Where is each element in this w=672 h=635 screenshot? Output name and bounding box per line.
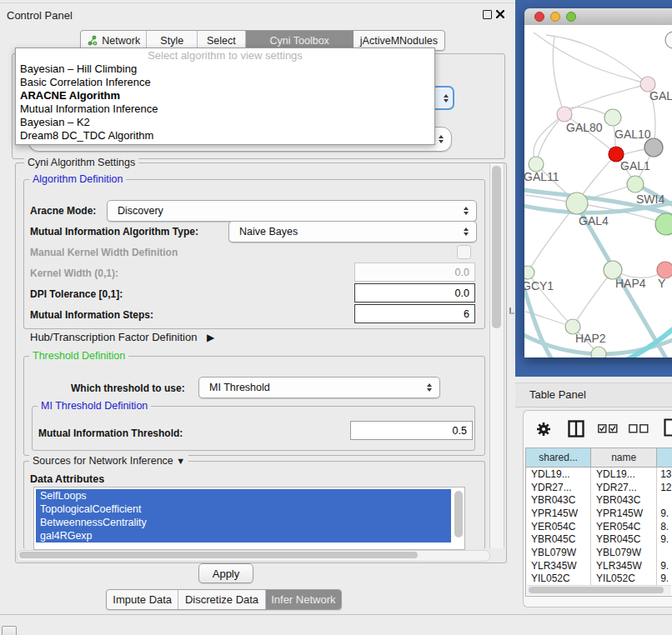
algorithm-option[interactable]: Mutual Information Inference xyxy=(16,102,434,116)
svg-text:HAP4: HAP4 xyxy=(615,277,646,290)
mi-steps-label: Mutual Information Steps: xyxy=(30,309,153,321)
table-row[interactable]: YIL052CYIL052C9. xyxy=(526,572,672,586)
minimize-traffic-light-icon[interactable] xyxy=(550,12,560,22)
algorithm-dropdown-popup: Select algorithm to view settings Bayesi… xyxy=(15,48,435,145)
collapse-down-icon: ▼ xyxy=(176,456,185,466)
table-row[interactable]: YDR27...YDR27...12 xyxy=(526,481,672,494)
settings-horizontal-scrollbar[interactable] xyxy=(17,550,490,562)
network-view-canvas[interactable]: GAL GAL80 GAL10 GAL1 GAL11 SWI4 GAL4 GCY… xyxy=(524,25,672,358)
tab-select-label: Select xyxy=(207,35,236,47)
mi-type-value: Naive Bayes xyxy=(239,226,298,238)
table-row[interactable]: YBR045CYBR045C9. xyxy=(526,532,672,546)
settings-vertical-scrollbar[interactable] xyxy=(489,163,504,548)
which-threshold-value: MI Threshold xyxy=(209,382,270,393)
manual-kernel-checkbox[interactable] xyxy=(457,245,471,259)
tab-discretize-data-label: Discretize Data xyxy=(185,593,258,606)
network-node[interactable] xyxy=(665,32,672,48)
mi-threshold-label: Mutual Information Threshold: xyxy=(38,428,183,439)
mi-threshold-group-title: MI Threshold Definition xyxy=(38,400,151,412)
table-horizontal-scrollbar[interactable] xyxy=(527,585,671,595)
algorithm-option-selected[interactable]: ARACNE Algorithm xyxy=(16,89,434,102)
list-item[interactable]: BetweennessCentrality xyxy=(36,516,451,529)
algorithm-option[interactable]: Bayesian – Hill Climbing xyxy=(16,62,434,76)
table-row[interactable]: YLR345WYLR345W9. xyxy=(526,559,672,572)
tab-impute-data-label: Impute Data xyxy=(113,593,172,606)
close-traffic-light-icon[interactable] xyxy=(534,12,544,22)
cyni-bottom-tabs: Impute Data Discretize Data Infer Networ… xyxy=(106,589,342,610)
table-row[interactable]: YPR145WYPR145W9. xyxy=(526,507,672,520)
mi-threshold-field[interactable]: 0.5 xyxy=(350,421,473,440)
network-node-salmon[interactable] xyxy=(657,262,672,278)
network-node-gray[interactable] xyxy=(644,138,663,157)
settings-horizontal-scrollbar-thumb[interactable] xyxy=(19,552,418,558)
network-node-gal4[interactable] xyxy=(566,192,588,214)
new-table-icon[interactable] xyxy=(664,418,672,437)
dpi-tolerance-field[interactable]: 0.0 xyxy=(354,283,475,302)
apply-button[interactable]: Apply xyxy=(198,563,253,583)
table-row[interactable]: YDL19...YDL19...13 xyxy=(526,468,672,481)
network-icon xyxy=(87,35,98,46)
list-scrollbar[interactable] xyxy=(454,491,463,538)
split-columns-icon[interactable] xyxy=(568,420,584,438)
float-window-icon[interactable] xyxy=(483,10,492,19)
which-threshold-combo[interactable]: MI Threshold xyxy=(198,377,440,398)
algorithm-combo-fragment[interactable] xyxy=(433,86,454,110)
hub-definition-label: Hub/Transcription Factor Definition xyxy=(30,331,197,343)
select-all-checkboxes-icon[interactable] xyxy=(598,424,618,433)
combo-arrows-icon xyxy=(444,94,449,102)
column-header-shared-name[interactable]: shared... xyxy=(526,448,591,467)
kernel-width-field[interactable]: 0.0 xyxy=(354,262,475,282)
mi-threshold-value: 0.5 xyxy=(453,425,467,437)
hub-definition-expander[interactable]: Hub/Transcription Factor Definition ▶ xyxy=(30,331,214,343)
list-item[interactable]: SelfLoops xyxy=(36,489,451,502)
table-row[interactable]: YBR043CYBR043C xyxy=(526,493,672,507)
aracne-mode-combo[interactable]: Discovery xyxy=(107,200,477,222)
algorithm-option[interactable]: Bayesian – K2 xyxy=(16,116,434,129)
kernel-width-value: 0.0 xyxy=(455,267,469,278)
network-node-labels: GAL GAL80 GAL10 GAL1 GAL11 SWI4 GAL4 GCY… xyxy=(524,89,672,345)
network-node-gal10[interactable] xyxy=(604,109,621,126)
tab-jactivemnodules-label: jActiveMNodules xyxy=(360,35,438,47)
combo-arrows-icon xyxy=(464,228,469,236)
network-window-titlebar[interactable] xyxy=(524,8,672,26)
tab-discretize-data[interactable]: Discretize Data xyxy=(178,590,265,609)
tab-impute-data[interactable]: Impute Data xyxy=(107,590,178,609)
dpi-tolerance-label: DPI Tolerance [0,1]: xyxy=(30,288,123,300)
table-row[interactable]: YBL079WYBL079W xyxy=(526,546,672,559)
panel-splitter[interactable] xyxy=(507,0,515,614)
mi-steps-field[interactable]: 6 xyxy=(354,304,475,323)
gear-icon[interactable] xyxy=(536,422,551,437)
algorithm-option[interactable]: Dream8 DC_TDC Algorithm xyxy=(16,129,434,142)
svg-text:GCY1: GCY1 xyxy=(524,279,554,292)
close-icon[interactable] xyxy=(496,10,504,18)
list-item[interactable]: TopologicalCoefficient xyxy=(36,502,451,516)
network-node-green[interactable] xyxy=(655,213,672,235)
tab-infer-network[interactable]: Infer Network xyxy=(266,590,341,609)
algorithm-option[interactable]: Basic Correlation Inference xyxy=(16,76,434,89)
zoom-traffic-light-icon[interactable] xyxy=(566,12,576,22)
list-item[interactable]: gal4RGexp xyxy=(36,529,451,542)
table-horizontal-scrollbar-thumb[interactable] xyxy=(529,587,664,593)
column-header-name[interactable]: name xyxy=(591,448,657,467)
tab-network-label: Network xyxy=(102,35,140,47)
mi-type-combo[interactable]: Naive Bayes xyxy=(228,221,477,242)
settings-vertical-scrollbar-thumb[interactable] xyxy=(492,166,501,328)
bottom-strip xyxy=(0,614,672,635)
mini-panel-button[interactable] xyxy=(2,626,17,635)
svg-text:GAL80: GAL80 xyxy=(566,121,603,134)
svg-text:GAL11: GAL11 xyxy=(524,170,559,183)
table-row[interactable]: YER054CYER054C8. xyxy=(526,520,672,533)
network-node-gal80[interactable] xyxy=(557,107,572,122)
data-attributes-listbox: SelfLoops TopologicalCoefficient Between… xyxy=(33,487,465,550)
kernel-width-label: Kernel Width (0,1): xyxy=(30,268,118,279)
sources-title-expander[interactable]: Sources for Network Inference ▼ xyxy=(29,455,188,467)
cyni-algorithm-settings-title: Cyni Algorithm Settings xyxy=(24,157,138,168)
tab-style-label: Style xyxy=(160,35,183,47)
network-node-bottom[interactable] xyxy=(591,347,606,358)
network-node-swi4[interactable] xyxy=(627,176,644,192)
network-node-gcy1[interactable] xyxy=(524,266,534,279)
manual-kernel-label: Manual Kernel Width Definition xyxy=(30,247,178,258)
column-header-clipped[interactable] xyxy=(657,448,672,467)
table-panel-region: Table Panel xyxy=(515,377,672,614)
deselect-all-checkboxes-icon[interactable] xyxy=(629,424,649,433)
